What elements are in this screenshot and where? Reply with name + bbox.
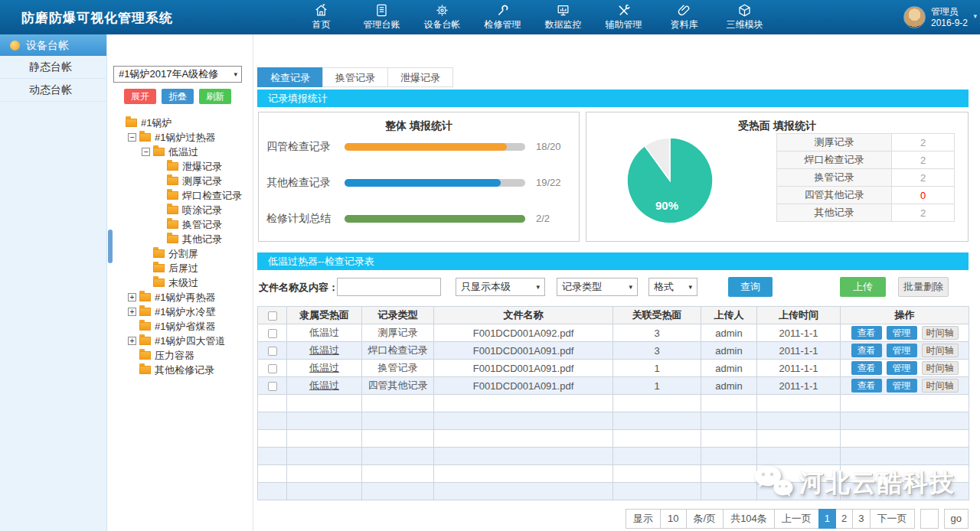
upload-button[interactable]: 上传 bbox=[840, 277, 886, 297]
pager-info[interactable]: 10 bbox=[660, 509, 686, 529]
stat-bar-fill bbox=[345, 215, 525, 223]
tree-node[interactable]: 压力容器 bbox=[108, 348, 253, 363]
tree-node[interactable]: 分割屏 bbox=[108, 246, 253, 261]
tree-node[interactable]: +#1锅炉水冷壁 bbox=[108, 305, 253, 319]
next-page-button[interactable]: 下一页 bbox=[870, 509, 915, 529]
view-button[interactable]: 查看 bbox=[851, 379, 882, 393]
search-button[interactable]: 查询 bbox=[728, 277, 773, 297]
nav-item-ledger[interactable]: 管理台账 bbox=[351, 0, 412, 34]
manage-button[interactable]: 管理 bbox=[887, 379, 917, 393]
tree-node[interactable]: 换管记录 bbox=[108, 217, 253, 232]
expand-icon[interactable]: + bbox=[128, 337, 136, 345]
expand-icon[interactable]: + bbox=[128, 308, 136, 316]
user-name: 管理员 bbox=[931, 6, 959, 17]
empty-cell bbox=[613, 430, 701, 448]
page-goto-input[interactable] bbox=[920, 509, 939, 529]
surface-stat-label: 其他记录 bbox=[777, 204, 892, 222]
user-box[interactable]: 管理员 2016-9-2 bbox=[903, 0, 968, 34]
surface-link[interactable]: 低温过 bbox=[309, 380, 339, 391]
tree-node[interactable]: 其他记录 bbox=[108, 232, 253, 246]
tree-node[interactable]: 其他检修记录 bbox=[108, 363, 253, 377]
nav-item-tools[interactable]: 辅助管理 bbox=[593, 0, 654, 34]
tree-node[interactable]: 测厚记录 bbox=[108, 174, 253, 188]
surface-link[interactable]: 低温过 bbox=[309, 362, 339, 373]
tree-node[interactable]: 喷涂记录 bbox=[108, 203, 253, 217]
batch-delete-button[interactable]: 批量删除 bbox=[898, 277, 949, 297]
monitor-icon bbox=[556, 3, 570, 18]
collapse-icon[interactable]: − bbox=[142, 148, 150, 156]
nav-item-monitor[interactable]: 数据监控 bbox=[533, 0, 593, 34]
collapse-icon[interactable]: − bbox=[128, 133, 136, 142]
timeline-button[interactable]: 时间轴 bbox=[922, 326, 959, 340]
column-header: 文件名称 bbox=[434, 307, 613, 324]
page-go-button[interactable]: go bbox=[944, 509, 969, 529]
page-number-2[interactable]: 2 bbox=[835, 509, 853, 529]
empty-cell bbox=[287, 395, 362, 412]
view-button[interactable]: 查看 bbox=[851, 361, 882, 375]
prev-page-button[interactable]: 上一页 bbox=[774, 509, 819, 529]
sidebar-item-1[interactable]: 静态台帐 bbox=[0, 56, 106, 79]
select-all-checkbox[interactable] bbox=[268, 311, 277, 321]
tree-button-0[interactable]: 展开 bbox=[124, 89, 156, 104]
tree-node[interactable]: 后屏过 bbox=[108, 261, 253, 275]
tree-node[interactable]: #1锅炉省煤器 bbox=[108, 319, 253, 334]
chevron-down-icon[interactable]: ▾ bbox=[973, 12, 977, 20]
view-button[interactable]: 查看 bbox=[851, 344, 882, 357]
empty-row bbox=[258, 465, 969, 483]
tree-node[interactable]: 泄爆记录 bbox=[108, 159, 253, 174]
tab-2[interactable]: 泄爆记录 bbox=[387, 67, 453, 87]
manage-button[interactable]: 管理 bbox=[887, 361, 917, 375]
row-checkbox[interactable] bbox=[268, 347, 277, 356]
row-checkbox[interactable] bbox=[268, 382, 277, 391]
page-number-3[interactable]: 3 bbox=[852, 509, 870, 529]
timeline-button[interactable]: 时间轴 bbox=[922, 379, 959, 393]
surface-link[interactable]: 低温过 bbox=[309, 344, 339, 356]
empty-cell bbox=[362, 448, 434, 465]
timeline-button[interactable]: 时间轴 bbox=[922, 361, 959, 375]
surface-link[interactable]: 低温过 bbox=[309, 327, 339, 338]
file-filter-input[interactable] bbox=[337, 278, 441, 296]
tree-node[interactable]: #1锅炉 bbox=[108, 116, 253, 130]
row-checkbox[interactable] bbox=[268, 329, 277, 338]
tree-node[interactable]: 末级过 bbox=[108, 275, 253, 290]
nav-item-paperclip[interactable]: 资料库 bbox=[654, 0, 714, 34]
records-header-row: 隶属受热面记录类型文件名称关联受热面上传人上传时间操作 bbox=[258, 307, 969, 324]
tree-button-2[interactable]: 刷新 bbox=[199, 89, 231, 104]
tree-node-label: 泄爆记录 bbox=[182, 160, 222, 174]
folder-icon bbox=[167, 177, 178, 185]
surface-stat-label: 换管记录 bbox=[777, 169, 892, 187]
record-type-select[interactable]: 记录类型▾ bbox=[557, 278, 638, 296]
manage-button[interactable]: 管理 bbox=[887, 326, 917, 340]
nav-item-gear[interactable]: 设备台帐 bbox=[412, 0, 472, 34]
sidebar-item-2[interactable]: 动态台帐 bbox=[0, 79, 106, 102]
empty-cell bbox=[434, 483, 613, 500]
timeline-button[interactable]: 时间轴 bbox=[922, 344, 959, 357]
tree-button-1[interactable]: 折叠 bbox=[162, 89, 194, 104]
tree-buttons: 展开折叠刷新 bbox=[124, 89, 231, 104]
tab-1[interactable]: 换管记录 bbox=[322, 67, 388, 87]
tree-node-label: 焊口检查记录 bbox=[182, 189, 242, 203]
tree-node[interactable]: +#1锅炉四大管道 bbox=[108, 334, 253, 348]
page-number-1[interactable]: 1 bbox=[818, 509, 836, 529]
tree-node[interactable]: −低温过 bbox=[108, 145, 253, 159]
file-name-cell: F001DCD001A092.pdf bbox=[434, 324, 613, 342]
nav-item-cube[interactable]: 三维模块 bbox=[714, 0, 775, 34]
sidebar-item-0[interactable]: 设备台帐 bbox=[0, 34, 106, 56]
overhaul-selector[interactable]: #1锅炉2017年A级检修 ▾ bbox=[113, 66, 242, 83]
column-header: 上传人 bbox=[701, 307, 757, 324]
overall-stats-panel: 整体 填报统计 四管检查记录18/20其他检查记录19/22检修计划总结2/2 bbox=[258, 112, 580, 242]
tab-0[interactable]: 检查记录 bbox=[257, 67, 323, 87]
manage-button[interactable]: 管理 bbox=[887, 344, 917, 357]
user-avatar[interactable] bbox=[903, 6, 926, 28]
tree-node[interactable]: 焊口检查记录 bbox=[108, 188, 253, 203]
expand-icon[interactable]: + bbox=[128, 293, 136, 301]
sidebar-item-label: 静态台帐 bbox=[29, 60, 72, 73]
format-select[interactable]: 格式▾ bbox=[648, 278, 697, 296]
row-checkbox[interactable] bbox=[268, 364, 277, 373]
scope-select[interactable]: 只显示本级▾ bbox=[456, 278, 545, 296]
tree-node[interactable]: +#1锅炉再热器 bbox=[108, 290, 253, 305]
nav-item-wrench[interactable]: 检修管理 bbox=[472, 0, 533, 34]
tree-node[interactable]: −#1锅炉过热器 bbox=[108, 130, 253, 145]
view-button[interactable]: 查看 bbox=[851, 326, 882, 340]
nav-item-home[interactable]: 首页 bbox=[291, 0, 351, 34]
